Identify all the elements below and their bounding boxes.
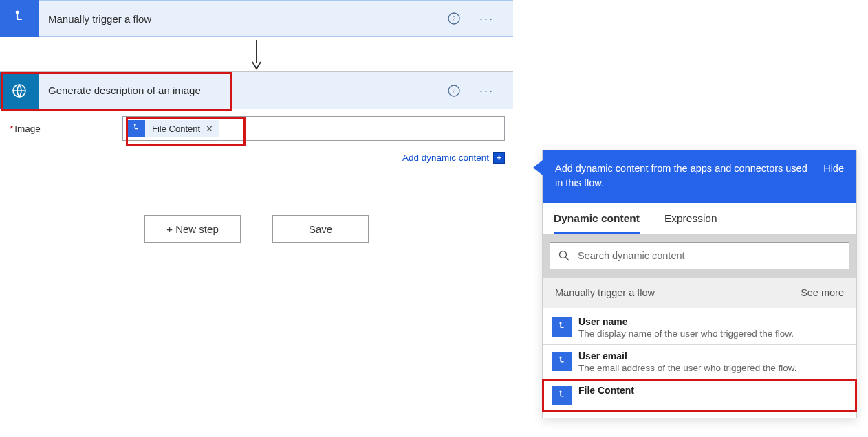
svg-text:?: ? — [453, 14, 456, 23]
more-icon[interactable]: ··· — [479, 15, 494, 22]
tab-dynamic-content[interactable]: Dynamic content — [554, 212, 640, 234]
touch-icon — [552, 386, 572, 405]
flow-arrow — [0, 37, 513, 71]
search-icon — [558, 250, 569, 261]
touch-icon — [552, 317, 572, 337]
tab-expression[interactable]: Expression — [664, 212, 717, 234]
section-header: Manually trigger a flow See more — [543, 278, 856, 308]
action-step[interactable]: Generate description of an image ? ··· — [0, 72, 513, 109]
svg-text:?: ? — [453, 86, 456, 94]
svg-point-11 — [559, 322, 561, 324]
callout-arrow-icon — [533, 160, 543, 175]
more-icon[interactable]: ··· — [479, 87, 494, 94]
list-item-user-name[interactable]: User name The display name of the user w… — [543, 311, 856, 345]
add-dynamic-row: Add dynamic content + — [0, 148, 513, 172]
section-title: Manually trigger a flow — [555, 287, 655, 298]
new-step-button[interactable]: + New step — [144, 215, 241, 243]
trigger-title: Manually trigger a flow — [39, 13, 448, 25]
help-icon[interactable]: ? — [448, 85, 460, 97]
trigger-icon — [0, 0, 39, 37]
param-label: *Image — [10, 124, 122, 134]
action-title: Generate description of an image — [39, 85, 448, 96]
touch-icon — [127, 120, 145, 137]
svg-point-8 — [134, 124, 136, 126]
save-button[interactable]: Save — [272, 215, 369, 243]
svg-point-12 — [559, 356, 561, 358]
svg-line-10 — [565, 257, 569, 260]
list-item-user-email[interactable]: User email The email address of the user… — [543, 345, 856, 379]
action-icon — [0, 72, 39, 109]
list-item-file-content[interactable]: File Content — [543, 379, 856, 411]
hide-link[interactable]: Hide — [823, 161, 844, 176]
svg-point-9 — [560, 251, 567, 258]
svg-point-13 — [559, 390, 561, 392]
param-row-image: *Image File Content ✕ — [0, 109, 513, 148]
token-file-content[interactable]: File Content ✕ — [127, 120, 219, 137]
remove-token-icon[interactable]: ✕ — [206, 124, 219, 134]
trigger-step[interactable]: Manually trigger a flow ? ··· — [0, 0, 513, 37]
see-more-link[interactable]: See more — [801, 287, 844, 298]
expand-dynamic-icon[interactable]: + — [493, 152, 505, 164]
dynamic-content-panel: Add dynamic content from the apps and co… — [542, 150, 857, 418]
add-dynamic-content-link[interactable]: Add dynamic content — [402, 153, 489, 163]
image-input-field[interactable]: File Content ✕ — [122, 116, 505, 141]
help-icon[interactable]: ? — [448, 12, 460, 25]
search-box[interactable] — [550, 242, 849, 269]
panel-header: Add dynamic content from the apps and co… — [543, 150, 856, 203]
search-input[interactable] — [578, 250, 849, 261]
svg-point-0 — [16, 11, 19, 14]
panel-tabs: Dynamic content Expression — [543, 203, 856, 234]
touch-icon — [552, 352, 572, 371]
dynamic-content-list: User name The display name of the user w… — [543, 308, 856, 418]
